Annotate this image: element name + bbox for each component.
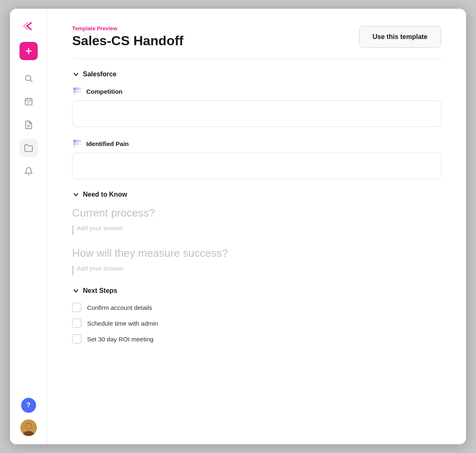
current-process-question: Current process? — [72, 207, 441, 219]
svg-point-2 — [25, 76, 31, 81]
current-process-answer-row: Add your answer — [72, 224, 441, 235]
current-process-answer-bar — [72, 225, 73, 235]
measure-success-question: How will they measure success? — [72, 247, 441, 260]
list-item: Schedule time with admin — [72, 319, 441, 328]
next-steps-header: Next Steps — [72, 287, 441, 295]
salesforce-section-title: Salesforce — [83, 71, 117, 78]
competition-input[interactable] — [72, 100, 441, 127]
header-section: Template Preview Sales-CS Handoff Use th… — [72, 25, 441, 49]
document-nav-button[interactable] — [19, 116, 38, 134]
need-to-know-section: Need to Know Current process? Add your a… — [72, 191, 441, 275]
add-button[interactable] — [19, 42, 38, 60]
svg-rect-25 — [73, 93, 76, 95]
confirm-account-label: Confirm account details — [87, 304, 152, 311]
current-process-block: Current process? Add your answer — [72, 207, 441, 235]
salesforce-section: Salesforce Competition — [72, 71, 441, 179]
svg-rect-32 — [73, 146, 76, 147]
svg-rect-19 — [73, 88, 76, 90]
next-steps-section: Next Steps Confirm account details Sched… — [72, 287, 441, 343]
search-nav-button[interactable] — [19, 69, 38, 88]
identified-pain-input[interactable] — [72, 153, 441, 179]
svg-rect-23 — [79, 88, 81, 90]
measure-success-block: How will they measure success? Add your … — [72, 247, 441, 275]
template-preview-label: Template Preview — [72, 25, 183, 32]
next-steps-chevron-icon — [72, 287, 80, 295]
use-template-button[interactable]: Use this template — [359, 26, 441, 48]
help-button[interactable]: ? — [21, 398, 36, 413]
main-content: Template Preview Sales-CS Handoff Use th… — [47, 9, 466, 444]
list-item: Set 30 day ROI meeting — [72, 334, 441, 343]
identified-pain-field-label: Identified Pain — [86, 140, 129, 147]
current-process-placeholder[interactable]: Add your answer — [77, 224, 124, 231]
svg-rect-30 — [79, 140, 81, 142]
next-steps-list: Confirm account details Schedule time wi… — [72, 303, 441, 343]
svg-rect-29 — [76, 143, 79, 145]
svg-rect-28 — [73, 143, 76, 145]
confirm-account-checkbox[interactable] — [72, 303, 81, 312]
competition-grid-icon — [72, 86, 82, 96]
salesforce-chevron-icon — [72, 71, 80, 78]
next-steps-title: Next Steps — [83, 287, 117, 295]
help-label: ? — [27, 402, 31, 409]
salesforce-section-header: Salesforce — [72, 71, 441, 78]
need-to-know-chevron-icon — [72, 191, 80, 198]
competition-label-row: Competition — [72, 86, 441, 96]
svg-rect-24 — [79, 90, 81, 93]
svg-line-3 — [30, 80, 32, 82]
identified-pain-grid-icon — [72, 139, 82, 149]
svg-rect-27 — [76, 140, 79, 142]
app-window: ? Template Preview Sales-CS Handoff Use … — [10, 9, 466, 444]
calendar-nav-button[interactable] — [19, 93, 38, 111]
measure-success-placeholder[interactable]: Add your answer — [77, 265, 124, 272]
roi-meeting-label: Set 30 day ROI meeting — [87, 336, 153, 343]
measure-success-answer-bar — [72, 265, 73, 275]
header-divider — [72, 58, 441, 59]
measure-success-answer-row: Add your answer — [72, 265, 441, 275]
app-logo — [19, 17, 38, 35]
bell-nav-button[interactable] — [19, 162, 38, 180]
svg-rect-22 — [76, 90, 79, 93]
list-item: Confirm account details — [72, 303, 441, 312]
folder-nav-button[interactable] — [19, 139, 38, 157]
roi-meeting-checkbox[interactable] — [72, 334, 81, 343]
schedule-time-checkbox[interactable] — [72, 319, 81, 328]
competition-field-label: Competition — [86, 88, 123, 95]
sidebar: ? — [10, 9, 47, 444]
svg-rect-26 — [73, 140, 76, 142]
svg-rect-20 — [76, 88, 79, 90]
schedule-time-label: Schedule time with admin — [87, 320, 158, 327]
need-to-know-title: Need to Know — [83, 191, 127, 198]
header-left: Template Preview Sales-CS Handoff — [72, 25, 183, 49]
need-to-know-header: Need to Know — [72, 191, 441, 198]
user-avatar[interactable] — [20, 419, 37, 436]
identified-pain-field-group: Identified Pain — [72, 139, 441, 179]
identified-pain-label-row: Identified Pain — [72, 139, 441, 149]
svg-rect-21 — [73, 90, 76, 93]
template-title: Sales-CS Handoff — [72, 33, 183, 49]
svg-point-18 — [26, 423, 32, 429]
svg-rect-31 — [79, 143, 81, 145]
competition-field-group: Competition — [72, 86, 441, 127]
